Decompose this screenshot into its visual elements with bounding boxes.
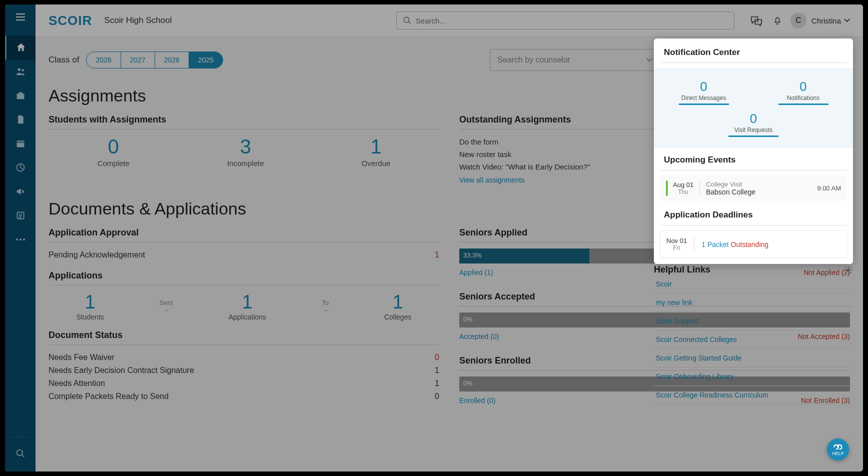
helpful-link[interactable]: Scoir Connected Colleges bbox=[654, 330, 853, 349]
nav-home[interactable] bbox=[5, 36, 36, 60]
applications-count[interactable]: 1 bbox=[229, 292, 267, 313]
svg-point-10 bbox=[847, 268, 850, 271]
assign-stat-num[interactable]: 3 bbox=[227, 136, 264, 158]
menu-toggle[interactable] bbox=[16, 14, 25, 20]
arrow-right-icon: → bbox=[322, 306, 329, 314]
nav-documents[interactable] bbox=[5, 108, 36, 132]
helpful-link[interactable]: Scoir Getting Started Guide bbox=[654, 349, 853, 368]
progress-left-link[interactable]: Enrolled (0) bbox=[459, 396, 495, 404]
arrow-right-icon: → bbox=[163, 306, 170, 314]
nav-reports[interactable] bbox=[5, 156, 36, 180]
applications-label: Applications bbox=[49, 270, 439, 286]
doc-status-row[interactable]: Needs Fee Waiver0 bbox=[49, 351, 439, 364]
class-year-pills: 2028202720262025 bbox=[86, 52, 223, 68]
notif-stat[interactable]: 0Visit Requests bbox=[654, 108, 853, 140]
nav-school[interactable] bbox=[5, 84, 36, 108]
document-status-label: Document Status bbox=[49, 330, 439, 345]
nav-divider bbox=[11, 437, 31, 438]
svg-point-5 bbox=[16, 238, 18, 240]
user-name[interactable]: Christina bbox=[811, 16, 841, 25]
helpful-links-title: Helpful Links bbox=[654, 264, 710, 275]
notification-title: Notification Center bbox=[660, 48, 847, 63]
user-avatar[interactable]: C bbox=[790, 12, 806, 28]
helpful-link[interactable]: Scoir College Readiness Curriculum bbox=[654, 386, 853, 404]
search-box[interactable] bbox=[396, 12, 734, 30]
gear-icon[interactable] bbox=[844, 266, 853, 274]
school-name: Scoir High School bbox=[104, 16, 172, 26]
progress-left-link[interactable]: Applied (1) bbox=[459, 268, 493, 276]
counselor-placeholder: Search by counselor bbox=[497, 56, 570, 64]
svg-point-7 bbox=[23, 238, 25, 240]
search-icon bbox=[403, 16, 412, 25]
help-fab[interactable]: HELP bbox=[827, 438, 849, 460]
class-year-2028[interactable]: 2028 bbox=[87, 52, 121, 68]
svg-point-0 bbox=[18, 68, 21, 72]
class-year-2025[interactable]: 2025 bbox=[189, 52, 223, 68]
side-nav bbox=[5, 4, 36, 472]
doc-status-row[interactable]: Needs Early Decision Contract Signature1 bbox=[49, 364, 439, 377]
class-of-label: Class of bbox=[49, 55, 79, 65]
logo[interactable]: SCOIR bbox=[49, 13, 92, 28]
messages-icon[interactable] bbox=[749, 15, 762, 26]
chevron-down-icon[interactable] bbox=[844, 18, 850, 22]
nav-more[interactable] bbox=[5, 228, 36, 252]
counselor-select[interactable]: Search by counselor bbox=[490, 49, 660, 71]
assign-stat-num[interactable]: 0 bbox=[98, 136, 130, 158]
chevron-down-icon bbox=[646, 58, 652, 62]
svg-point-6 bbox=[20, 238, 22, 240]
colleges-count[interactable]: 1 bbox=[384, 292, 411, 313]
nav-calendar[interactable] bbox=[5, 132, 36, 156]
upcoming-events-title: Upcoming Events bbox=[660, 155, 847, 170]
students-with-assignments-label: Students with Assignments bbox=[49, 114, 439, 130]
doc-status-row[interactable]: Needs Attention1 bbox=[49, 377, 439, 390]
notification-panel: Notification Center 0Direct Messages0Not… bbox=[654, 38, 853, 264]
helpful-link[interactable]: Scoir Support bbox=[654, 312, 853, 330]
nav-search[interactable] bbox=[5, 442, 36, 466]
application-approval-label: Application Approval bbox=[49, 228, 439, 242]
svg-point-9 bbox=[404, 17, 409, 22]
students-count[interactable]: 1 bbox=[77, 292, 104, 313]
helpful-link[interactable]: Scoir Onboarding Library bbox=[654, 368, 853, 386]
top-bar: SCOIR Scoir High School C Christina bbox=[36, 4, 863, 37]
event-accent bbox=[666, 180, 668, 196]
nav-list[interactable] bbox=[5, 204, 36, 228]
bell-icon[interactable] bbox=[772, 15, 782, 26]
notif-stat[interactable]: 0Notifications bbox=[753, 76, 853, 108]
notif-stat[interactable]: 0Direct Messages bbox=[654, 76, 753, 108]
deadline-card[interactable]: Nov 01Fri 1 Packet Outstanding bbox=[660, 230, 847, 258]
pending-ack-count[interactable]: 1 bbox=[435, 250, 439, 260]
class-year-2026[interactable]: 2026 bbox=[155, 52, 189, 68]
helpful-links: Helpful Links Scoirmy new linkScoir Supp… bbox=[654, 264, 853, 404]
helpful-link[interactable]: Scoir bbox=[654, 275, 853, 294]
svg-point-8 bbox=[17, 450, 23, 456]
svg-rect-2 bbox=[17, 140, 24, 147]
pending-ack-label: Pending Acknowledgement bbox=[49, 250, 145, 260]
helpful-link[interactable]: my new link bbox=[654, 294, 853, 312]
search-input[interactable] bbox=[416, 16, 728, 25]
svg-point-1 bbox=[22, 69, 24, 72]
class-year-2027[interactable]: 2027 bbox=[121, 52, 155, 68]
doc-status-row[interactable]: Complete Packets Ready to Send0 bbox=[49, 390, 439, 403]
event-card[interactable]: Aug 01Thu College VisitBabson College 9:… bbox=[660, 176, 847, 201]
assign-stat-num[interactable]: 1 bbox=[362, 136, 391, 158]
nav-students[interactable] bbox=[5, 60, 36, 84]
application-deadlines-title: Application Deadlines bbox=[660, 210, 847, 226]
nav-announce[interactable] bbox=[5, 180, 36, 204]
progress-left-link[interactable]: Accepted (0) bbox=[459, 332, 499, 340]
